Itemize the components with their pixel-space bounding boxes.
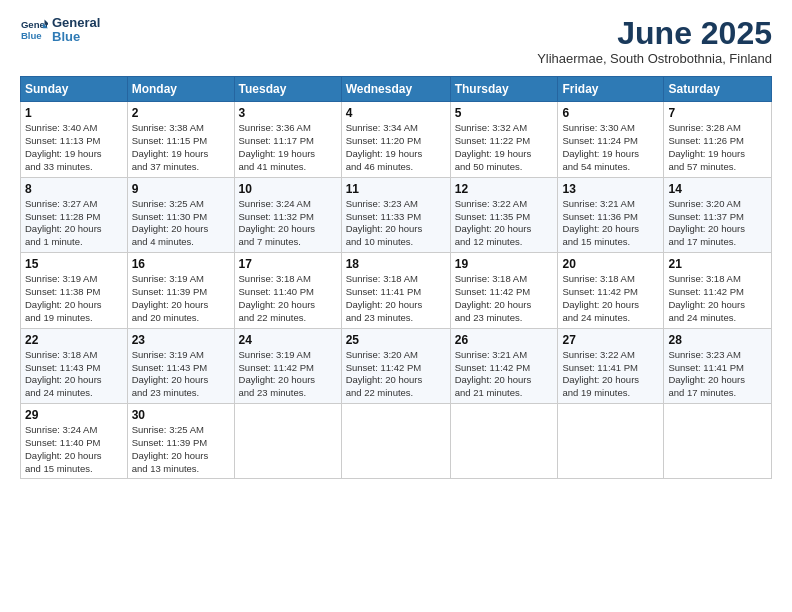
day-info: and 10 minutes. [346, 236, 446, 249]
calendar-cell: 21Sunrise: 3:18 AMSunset: 11:42 PMDaylig… [664, 253, 772, 328]
day-number: 13 [562, 181, 659, 197]
day-number: 9 [132, 181, 230, 197]
logo-blue: Blue [52, 30, 100, 44]
logo-general: General [52, 16, 100, 30]
day-number: 28 [668, 332, 767, 348]
day-info: Sunrise: 3:40 AM [25, 122, 123, 135]
day-info: Sunrise: 3:18 AM [668, 273, 767, 286]
month-title: June 2025 [537, 16, 772, 51]
day-info: Sunset: 11:17 PM [239, 135, 337, 148]
day-number: 8 [25, 181, 123, 197]
day-info: Sunset: 11:41 PM [562, 362, 659, 375]
day-info: Daylight: 19 hours [562, 148, 659, 161]
day-info: Sunrise: 3:21 AM [455, 349, 554, 362]
day-info: and 22 minutes. [346, 387, 446, 400]
calendar-cell: 13Sunrise: 3:21 AMSunset: 11:36 PMDaylig… [558, 177, 664, 252]
calendar-cell [450, 403, 558, 478]
column-header-monday: Monday [127, 77, 234, 102]
day-number: 29 [25, 407, 123, 423]
day-info: Sunset: 11:35 PM [455, 211, 554, 224]
day-info: Sunset: 11:22 PM [455, 135, 554, 148]
calendar-cell [341, 403, 450, 478]
calendar-cell: 18Sunrise: 3:18 AMSunset: 11:41 PMDaylig… [341, 253, 450, 328]
day-info: Sunset: 11:28 PM [25, 211, 123, 224]
day-info: Sunset: 11:42 PM [346, 362, 446, 375]
day-info: Daylight: 20 hours [239, 374, 337, 387]
day-info: Sunset: 11:33 PM [346, 211, 446, 224]
day-info: Sunset: 11:42 PM [562, 286, 659, 299]
day-info: Sunrise: 3:20 AM [668, 198, 767, 211]
day-info: Sunset: 11:24 PM [562, 135, 659, 148]
day-number: 12 [455, 181, 554, 197]
calendar-cell: 26Sunrise: 3:21 AMSunset: 11:42 PMDaylig… [450, 328, 558, 403]
day-info: Daylight: 20 hours [668, 223, 767, 236]
day-info: and 7 minutes. [239, 236, 337, 249]
calendar-cell: 29Sunrise: 3:24 AMSunset: 11:40 PMDaylig… [21, 403, 128, 478]
day-info: Sunrise: 3:18 AM [346, 273, 446, 286]
day-info: Sunrise: 3:25 AM [132, 424, 230, 437]
day-info: Sunrise: 3:22 AM [455, 198, 554, 211]
day-info: Daylight: 19 hours [132, 148, 230, 161]
day-info: Sunrise: 3:27 AM [25, 198, 123, 211]
day-info: and 54 minutes. [562, 161, 659, 174]
day-info: Sunrise: 3:23 AM [346, 198, 446, 211]
calendar-table: SundayMondayTuesdayWednesdayThursdayFrid… [20, 76, 772, 479]
day-info: and 41 minutes. [239, 161, 337, 174]
day-info: Sunrise: 3:18 AM [239, 273, 337, 286]
day-info: Sunrise: 3:18 AM [455, 273, 554, 286]
svg-text:Blue: Blue [21, 30, 42, 41]
day-number: 30 [132, 407, 230, 423]
day-info: Sunset: 11:41 PM [346, 286, 446, 299]
day-info: Sunset: 11:43 PM [25, 362, 123, 375]
day-number: 3 [239, 105, 337, 121]
day-number: 4 [346, 105, 446, 121]
day-info: Daylight: 20 hours [132, 450, 230, 463]
calendar-cell: 20Sunrise: 3:18 AMSunset: 11:42 PMDaylig… [558, 253, 664, 328]
day-info: Sunset: 11:40 PM [239, 286, 337, 299]
day-info: and 1 minute. [25, 236, 123, 249]
day-info: and 23 minutes. [132, 387, 230, 400]
day-info: and 19 minutes. [562, 387, 659, 400]
column-header-thursday: Thursday [450, 77, 558, 102]
calendar-cell: 7Sunrise: 3:28 AMSunset: 11:26 PMDayligh… [664, 102, 772, 177]
day-number: 5 [455, 105, 554, 121]
day-info: Sunset: 11:42 PM [455, 362, 554, 375]
day-info: and 17 minutes. [668, 236, 767, 249]
calendar-cell: 4Sunrise: 3:34 AMSunset: 11:20 PMDayligh… [341, 102, 450, 177]
calendar-cell: 1Sunrise: 3:40 AMSunset: 11:13 PMDayligh… [21, 102, 128, 177]
day-info: Daylight: 20 hours [346, 223, 446, 236]
day-number: 17 [239, 256, 337, 272]
day-number: 19 [455, 256, 554, 272]
logo: General Blue General Blue [20, 16, 100, 45]
calendar-cell: 19Sunrise: 3:18 AMSunset: 11:42 PMDaylig… [450, 253, 558, 328]
day-info: Daylight: 20 hours [25, 450, 123, 463]
day-info: and 23 minutes. [346, 312, 446, 325]
day-number: 24 [239, 332, 337, 348]
calendar-cell: 24Sunrise: 3:19 AMSunset: 11:42 PMDaylig… [234, 328, 341, 403]
column-header-sunday: Sunday [21, 77, 128, 102]
day-info: and 57 minutes. [668, 161, 767, 174]
column-header-friday: Friday [558, 77, 664, 102]
day-info: Daylight: 20 hours [455, 223, 554, 236]
day-info: and 50 minutes. [455, 161, 554, 174]
day-number: 21 [668, 256, 767, 272]
day-info: Daylight: 19 hours [668, 148, 767, 161]
day-info: Sunset: 11:42 PM [455, 286, 554, 299]
day-info: and 23 minutes. [455, 312, 554, 325]
day-info: Daylight: 20 hours [455, 299, 554, 312]
day-info: and 12 minutes. [455, 236, 554, 249]
day-number: 16 [132, 256, 230, 272]
header: General Blue General Blue June 2025 Ylih… [20, 16, 772, 66]
day-info: Daylight: 20 hours [239, 223, 337, 236]
day-info: Sunrise: 3:36 AM [239, 122, 337, 135]
calendar-cell: 22Sunrise: 3:18 AMSunset: 11:43 PMDaylig… [21, 328, 128, 403]
day-info: Sunset: 11:41 PM [668, 362, 767, 375]
day-number: 25 [346, 332, 446, 348]
day-number: 11 [346, 181, 446, 197]
day-number: 1 [25, 105, 123, 121]
day-info: Sunset: 11:13 PM [25, 135, 123, 148]
calendar-cell: 27Sunrise: 3:22 AMSunset: 11:41 PMDaylig… [558, 328, 664, 403]
day-info: Daylight: 20 hours [25, 374, 123, 387]
day-info: Daylight: 20 hours [132, 223, 230, 236]
day-info: Daylight: 20 hours [346, 299, 446, 312]
